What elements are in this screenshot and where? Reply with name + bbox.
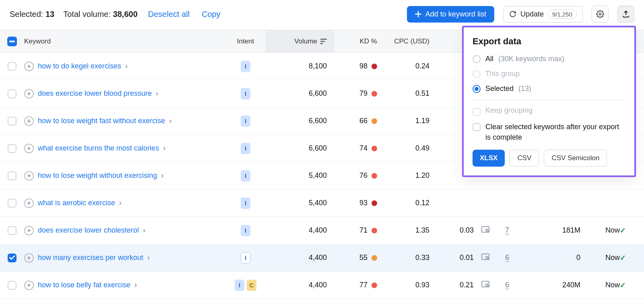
updated-check-icon: ✓ — [620, 281, 636, 290]
cpc-cell: 0.24 — [415, 62, 437, 70]
row-checkbox[interactable] — [8, 117, 17, 126]
col-keyword[interactable]: Keyword — [24, 37, 225, 45]
copy-button[interactable]: Copy — [200, 10, 222, 19]
settings-button[interactable] — [592, 6, 609, 23]
serp-features-link[interactable]: 7 — [505, 226, 509, 234]
expand-row-icon[interactable]: + — [24, 226, 34, 235]
keyword-link[interactable]: how to do kegel exercises — [38, 62, 121, 70]
keyword-link[interactable]: how to lose weight without exercising — [38, 171, 157, 180]
expand-row-icon[interactable]: + — [24, 144, 34, 153]
export-option-selected[interactable]: Selected (13) — [473, 85, 625, 93]
updated-check-icon: ✓ — [620, 226, 636, 235]
volume-cell: 4,400 — [309, 226, 334, 235]
updated-label: Now — [605, 281, 620, 289]
kd-dot-icon — [372, 91, 377, 97]
intent-badge: I — [241, 170, 250, 181]
kd-value: 93 — [359, 199, 367, 207]
volume-cell: 4,400 — [309, 254, 334, 262]
export-title: Export data — [473, 36, 625, 47]
col-cpc[interactable]: CPC (USD) — [394, 37, 437, 45]
intent-badge: I — [241, 225, 250, 236]
master-checkbox[interactable] — [7, 37, 17, 46]
update-button[interactable]: Update 9/1,250 — [503, 6, 583, 23]
cpc-cell: 0.51 — [415, 89, 437, 98]
intent-badge: I — [241, 61, 250, 72]
export-csv-button[interactable]: CSV — [510, 150, 539, 167]
radio-icon — [473, 85, 481, 93]
keyword-link[interactable]: how to lose weight fast without exercise — [38, 117, 165, 125]
keyword-link[interactable]: does exercise lower cholesterol — [38, 226, 139, 235]
expand-row-icon[interactable]: + — [24, 171, 34, 181]
export-selected-count: (13) — [518, 85, 531, 93]
serp-preview-icon[interactable] — [481, 226, 505, 235]
kd-dot-icon — [372, 228, 377, 233]
export-button[interactable] — [617, 6, 634, 23]
export-xlsx-button[interactable]: XLSX — [473, 150, 505, 167]
kd-dot-icon — [372, 200, 377, 206]
row-checkbox[interactable] — [8, 62, 17, 71]
expand-row-icon[interactable]: + — [24, 253, 34, 263]
row-checkbox[interactable] — [8, 144, 17, 153]
export-option-all[interactable]: All (30K keywords max) — [473, 55, 625, 63]
volume-cell: 5,400 — [309, 171, 334, 180]
row-checkbox[interactable] — [8, 171, 17, 180]
kd-value: 74 — [359, 144, 367, 153]
updated-label: Now — [605, 254, 620, 262]
col-kd[interactable]: KD % — [360, 37, 384, 45]
volume-cell: 8,100 — [309, 62, 334, 70]
updated-label: Now — [605, 226, 620, 235]
serp-features-link[interactable]: 6 — [505, 281, 509, 289]
com-cell: 0.03 — [460, 226, 481, 235]
update-quota-pill: 9/1,250 — [548, 10, 577, 19]
kd-dot-icon — [372, 118, 377, 124]
total-volume-label: Total volume: 38,600 — [63, 10, 138, 19]
keyword-link[interactable]: what is aerobic exercise — [38, 199, 115, 207]
row-checkbox[interactable] — [8, 281, 17, 290]
export-icon — [622, 10, 630, 18]
keyword-link[interactable]: does exercise lower blood pressure — [38, 89, 152, 98]
plus-icon — [415, 11, 421, 17]
col-volume[interactable]: Volume — [266, 30, 334, 52]
svg-point-6 — [486, 229, 488, 231]
radio-icon — [473, 70, 481, 78]
deselect-all-button[interactable]: Deselect all — [147, 10, 191, 19]
add-to-keyword-list-button[interactable]: Add to keyword list — [407, 6, 494, 23]
keyword-link[interactable]: how many exercises per workout — [38, 254, 143, 262]
keyword-link[interactable]: how to lose belly fat exercise — [38, 281, 130, 289]
intent-badge: I — [241, 252, 250, 264]
row-checkbox[interactable] — [8, 254, 17, 262]
table-row: +how to lose belly fat exercise››IC4,400… — [0, 272, 644, 299]
serp-features-link[interactable]: 6 — [505, 254, 509, 262]
col-intent[interactable]: Intent — [237, 37, 254, 45]
expand-row-icon[interactable]: + — [24, 89, 34, 99]
expand-row-icon[interactable]: + — [24, 198, 34, 208]
volume-cell: 6,600 — [309, 144, 334, 153]
export-popover: Export data All (30K keywords max) This … — [462, 26, 636, 177]
svg-rect-4 — [320, 43, 323, 44]
checkbox-icon — [473, 108, 481, 116]
sort-desc-icon — [320, 39, 327, 44]
keyword-link[interactable]: what exercise burns the most calories — [38, 144, 159, 153]
svg-rect-1 — [9, 41, 15, 42]
expand-row-icon[interactable]: + — [24, 116, 34, 126]
svg-point-0 — [599, 13, 601, 15]
row-checkbox[interactable] — [8, 226, 17, 235]
kd-value: 98 — [359, 62, 367, 70]
kd-dot-icon — [372, 64, 377, 69]
serp-preview-icon[interactable] — [481, 280, 505, 290]
intent-badge: I — [241, 143, 250, 154]
toolbar: Selected: 13 Total volume: 38,600 Desele… — [0, 0, 644, 30]
row-checkbox[interactable] — [8, 199, 17, 208]
gear-icon — [596, 10, 604, 18]
cpc-cell: 0.33 — [415, 254, 437, 262]
volume-cell: 6,600 — [309, 89, 334, 98]
expand-row-icon[interactable]: + — [24, 62, 34, 71]
volume-cell: 5,400 — [309, 199, 334, 207]
expand-row-icon[interactable]: + — [24, 280, 34, 290]
row-checkbox[interactable] — [8, 89, 17, 98]
kd-dot-icon — [372, 173, 377, 179]
intent-badge: I — [241, 88, 250, 99]
export-csv-semicolon-button[interactable]: CSV Semicolon — [544, 150, 607, 167]
clear-after-export-checkbox[interactable]: Clear selected keywords after your expor… — [473, 122, 625, 142]
serp-preview-icon[interactable] — [481, 253, 505, 262]
